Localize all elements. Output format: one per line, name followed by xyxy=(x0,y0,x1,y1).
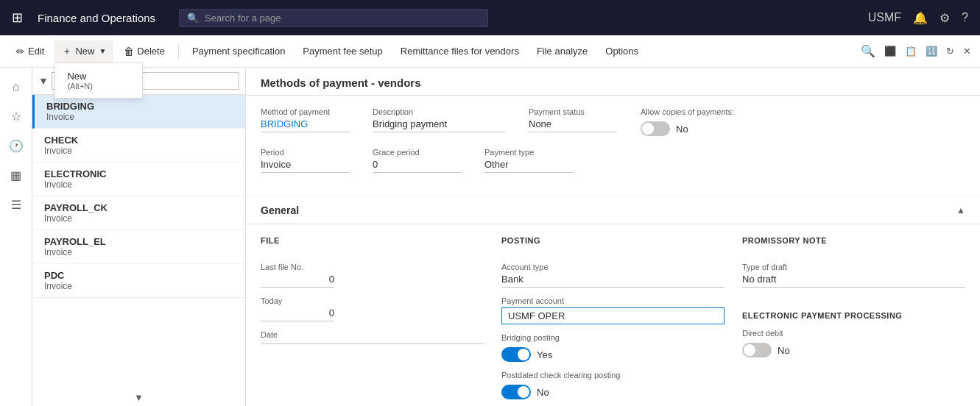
list-item[interactable]: PAYROLL_EL Invoice xyxy=(32,230,245,264)
today-group: Today 0 xyxy=(261,296,484,321)
list-panel: ▼ BRIDGING Invoice CHECK Invoice ELECTRO… xyxy=(32,68,246,406)
notification-icon[interactable]: 🔔 xyxy=(913,11,928,25)
delete-label: Delete xyxy=(137,46,165,57)
item-name: ELECTRONIC xyxy=(44,168,236,179)
postdated-text: No xyxy=(537,387,549,398)
item-sub: Invoice xyxy=(44,247,236,257)
account-type-group: Account type Bank xyxy=(501,263,725,288)
electronic-section-title: ELECTRONIC PAYMENT PROCESSING xyxy=(742,311,965,320)
item-sub: Invoice xyxy=(46,112,236,122)
list-item[interactable]: PDC Invoice xyxy=(32,264,245,298)
payment-fee-button[interactable]: Payment fee setup xyxy=(295,41,389,61)
app-title: Finance and Operations xyxy=(38,12,155,24)
general-section-title[interactable]: General ▲ xyxy=(246,197,980,224)
delete-icon: 🗑 xyxy=(124,46,134,57)
full-screen-icon[interactable]: ⬛ xyxy=(884,46,896,57)
method-of-payment-group: Method of payment BRIDGING xyxy=(261,107,349,136)
posting-column: POSTING Account type Bank Payment accoun… xyxy=(501,236,725,406)
date-group: Date xyxy=(261,330,484,344)
payment-type-value: Other xyxy=(484,159,573,173)
general-chevron-icon: ▲ xyxy=(956,205,965,216)
options-button[interactable]: Options xyxy=(598,41,646,61)
last-file-value: 0 xyxy=(261,274,334,288)
postdated-toggle[interactable] xyxy=(501,385,531,399)
modules-icon[interactable]: ☰ xyxy=(3,191,29,218)
list-item[interactable]: CHECK Invoice xyxy=(32,129,245,163)
list-item[interactable]: PAYROLL_CK Invoice xyxy=(32,196,245,230)
edit-button[interactable]: ✏ Edit xyxy=(9,41,52,62)
new-dropdown-label: New xyxy=(67,71,86,82)
direct-debit-toggle[interactable] xyxy=(742,343,772,357)
refresh-icon[interactable]: ↻ xyxy=(946,46,954,57)
item-name: BRIDGING xyxy=(46,101,236,112)
counter-icon[interactable]: 🔢 xyxy=(926,46,937,57)
recent-icon[interactable]: 🕐 xyxy=(3,132,29,159)
method-of-payment-label: Method of payment xyxy=(261,107,349,116)
new-dropdown: New (Alt+N) xyxy=(54,63,143,99)
payment-type-label: Payment type xyxy=(484,148,573,157)
app-grid-icon[interactable]: ⊞ xyxy=(12,10,23,26)
file-column: FILE Last file No. 0 Today 0 Date xyxy=(261,236,484,406)
bridging-posting-group: Bridging posting Yes xyxy=(501,333,725,362)
detail-title: Methods of payment - vendors xyxy=(261,76,965,89)
search-icon: 🔍 xyxy=(187,13,199,24)
description-value: Bridging payment xyxy=(373,118,505,132)
payment-spec-button[interactable]: Payment specification xyxy=(185,41,292,61)
postdated-toggle-row: No xyxy=(501,385,725,399)
promissory-section-title: PROMISSORY NOTE xyxy=(742,236,965,245)
workspaces-icon[interactable]: ▦ xyxy=(3,162,29,188)
allow-copies-toggle[interactable] xyxy=(641,121,670,136)
list-item[interactable]: BRIDGING Invoice xyxy=(32,95,245,129)
method-of-payment-value[interactable]: BRIDGING xyxy=(261,118,349,132)
account-type-value: Bank xyxy=(501,274,725,288)
right-column: PROMISSORY NOTE Type of draft No draft E… xyxy=(742,236,965,406)
file-analyze-button[interactable]: File analyze xyxy=(529,41,595,61)
today-value: 0 xyxy=(261,307,334,321)
allow-copies-text: No xyxy=(676,124,688,135)
top-fields-section: Method of payment BRIDGING Description B… xyxy=(246,96,980,196)
top-nav: ⊞ Finance and Operations 🔍 USMF 🔔 ⚙ ? xyxy=(0,0,980,35)
payment-account-label: Payment account xyxy=(501,296,725,305)
period-label: Period xyxy=(261,148,349,157)
payment-account-group: Payment account USMF OPER xyxy=(501,296,725,324)
new-chevron-icon: ▼ xyxy=(99,47,106,55)
direct-debit-group: Direct debit No xyxy=(742,329,965,357)
search-input[interactable] xyxy=(205,13,480,24)
posting-section-title: POSTING xyxy=(501,236,725,245)
payment-type-group: Payment type Other xyxy=(484,148,573,173)
bridging-posting-text: Yes xyxy=(537,349,552,360)
help-icon[interactable]: ? xyxy=(962,11,968,24)
bridging-posting-toggle[interactable] xyxy=(501,347,531,362)
payment-account-value[interactable]: USMF OPER xyxy=(501,307,725,324)
remittance-button[interactable]: Remittance files for vendors xyxy=(393,41,526,61)
settings-icon[interactable]: ⚙ xyxy=(940,11,950,25)
direct-debit-text: No xyxy=(778,345,790,356)
close-icon[interactable]: ✕ xyxy=(963,46,971,57)
date-value[interactable] xyxy=(261,341,484,344)
filter-icon[interactable]: ▼ xyxy=(38,75,49,87)
item-sub: Invoice xyxy=(44,179,236,190)
search-box: 🔍 xyxy=(179,9,488,27)
cmd-search-icon[interactable]: 🔍 xyxy=(861,44,875,58)
payment-spec-label: Payment specification xyxy=(192,46,285,57)
new-dropdown-item[interactable]: New (Alt+N) xyxy=(55,66,142,95)
copy-icon[interactable]: 📋 xyxy=(905,46,917,57)
user-label: USMF xyxy=(868,11,901,24)
field-row-1: Method of payment BRIDGING Description B… xyxy=(261,107,965,136)
new-shortcut: (Alt+N) xyxy=(67,82,130,90)
postdated-label: Postdated check clearing posting xyxy=(501,371,725,380)
home-icon[interactable]: ⌂ xyxy=(3,74,29,100)
edit-label: Edit xyxy=(28,46,44,57)
allow-copies-toggle-row: No xyxy=(641,121,734,136)
favorites-icon[interactable]: ☆ xyxy=(3,103,29,129)
type-of-draft-value: No draft xyxy=(742,274,965,288)
delete-button[interactable]: 🗑 Delete xyxy=(116,41,172,62)
list-item[interactable]: ELECTRONIC Invoice xyxy=(32,163,245,196)
main-layout: ⌂ ☆ 🕐 ▦ ☰ ▼ BRIDGING Invoice CHECK Invoi… xyxy=(0,68,980,406)
scroll-down-btn[interactable]: ▼ xyxy=(32,389,245,406)
new-button[interactable]: ＋ New ▼ xyxy=(54,40,113,63)
payment-status-value: None xyxy=(529,118,617,132)
new-button-container: ＋ New ▼ New (Alt+N) xyxy=(54,40,113,63)
type-of-draft-group: Type of draft No draft xyxy=(742,263,965,288)
direct-debit-label: Direct debit xyxy=(742,329,965,338)
